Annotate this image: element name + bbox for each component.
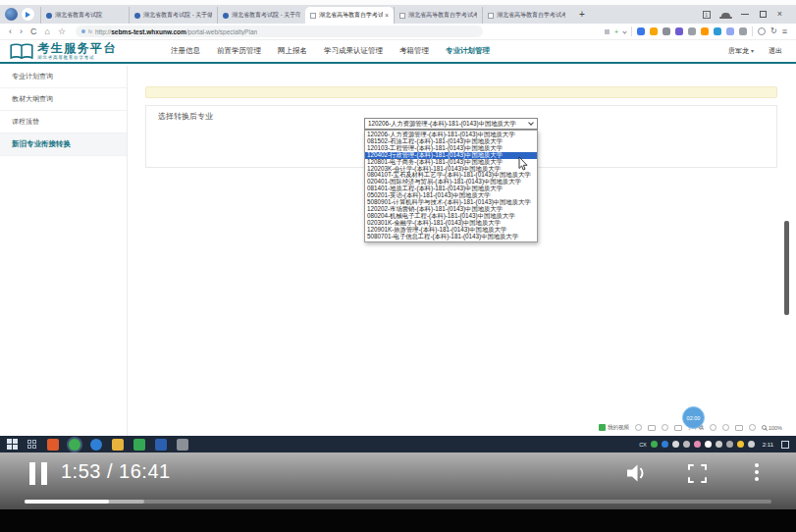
extension-icon[interactable]: [650, 27, 658, 35]
taskbar-app-icon[interactable]: [47, 439, 59, 451]
page-scrollbar[interactable]: [784, 221, 789, 315]
new-tab-button[interactable]: +: [579, 10, 585, 20]
tray-icon[interactable]: [716, 441, 722, 448]
taskbar-app-icon[interactable]: [112, 439, 124, 451]
ime-indicator[interactable]: CX: [639, 442, 647, 448]
sidebar-item[interactable]: 教材大纲查询: [0, 88, 127, 111]
add-icon[interactable]: +: [614, 28, 618, 35]
dropdown-option[interactable]: 120206-人力资源管理-(本科)-181-(0143)中国地质大学: [365, 132, 537, 138]
tab-counter-icon[interactable]: 1: [703, 11, 711, 19]
dropdown-option[interactable]: 020401-国际经济与贸易-(本科)-181-(0143)中国地质大学: [365, 179, 537, 186]
close-window-button[interactable]: ×: [777, 10, 782, 19]
tray-icon[interactable]: [672, 441, 679, 448]
fullscreen-icon[interactable]: [688, 464, 707, 483]
countdown-badge[interactable]: 02:00: [682, 406, 705, 429]
toolbar-icon[interactable]: [662, 424, 668, 431]
toolbar-icon[interactable]: [735, 425, 743, 431]
tray-icon[interactable]: [737, 441, 744, 448]
tray-icon[interactable]: [651, 441, 658, 448]
extension-icon[interactable]: [739, 27, 747, 35]
nav-item[interactable]: 前置学历管理: [217, 46, 261, 56]
browser-logo-icon[interactable]: [5, 8, 18, 21]
site-logo[interactable]: 考生服务平台 湖北省高等教育自学考试: [10, 42, 117, 60]
tray-icon[interactable]: [694, 441, 701, 448]
toolbar-icon[interactable]: [710, 424, 716, 431]
browser-tab[interactable]: 湖北省教育考试院 - 关于印发 ( ×: [217, 7, 305, 24]
notification-center-icon[interactable]: [781, 441, 789, 449]
dropdown-option[interactable]: 120202-市场营销-(本科)-181-(0143)中国地质大学: [365, 206, 537, 213]
extension-icon[interactable]: [675, 27, 683, 35]
dropdown-option[interactable]: 050201-英语-(本科)-181-(0143)中国地质大学: [365, 192, 537, 199]
taskbar-app-icon[interactable]: [69, 439, 80, 451]
minimize-button[interactable]: [741, 14, 749, 15]
forward-icon[interactable]: ›: [20, 27, 23, 36]
dropdown-option[interactable]: 120402-行政管理-(本科)-181-(0143)中国地质大学: [365, 152, 537, 159]
taskbar-clock[interactable]: 2:11: [763, 442, 773, 448]
extension-icon[interactable]: [726, 27, 734, 35]
dropdown-option[interactable]: 120801-电子商务-(本科)-181-(0143)中国地质大学: [365, 159, 537, 166]
specialty-select[interactable]: 120206-人力资源管理-(本科)-181-(0143)中国地质大学: [364, 118, 538, 130]
toolbar-icon[interactable]: [674, 425, 682, 431]
volume-icon[interactable]: [626, 463, 650, 483]
extension-icon[interactable]: [701, 27, 709, 35]
reload-icon[interactable]: C: [30, 27, 37, 36]
browser-menu-icon[interactable]: ≡: [782, 27, 787, 36]
toolbar-icon[interactable]: [635, 424, 642, 431]
taskbar-app-icon[interactable]: [177, 439, 188, 451]
browser-tab[interactable]: 湖北省教育考试院 - 关于做好 ×: [129, 7, 217, 24]
toolbar-icon[interactable]: [648, 425, 656, 431]
logout-button[interactable]: 退出: [769, 46, 782, 56]
user-menu[interactable]: 唐军龙 ▾: [728, 46, 754, 56]
browser-arrow-icon[interactable]: [22, 8, 34, 21]
history-icon[interactable]: ↻: [770, 27, 777, 35]
toolbar-icon[interactable]: [722, 424, 729, 431]
reading-mode-icon[interactable]: [605, 29, 610, 34]
nav-item[interactable]: 专业计划管理: [446, 46, 490, 56]
dropdown-option[interactable]: 5080701-电子信息工程-(本科)-181-(0143)中国地质大学: [365, 234, 537, 240]
toolbar-icon[interactable]: [749, 424, 756, 431]
bookmark-star-icon[interactable]: ☆: [58, 27, 66, 36]
tray-icon[interactable]: [748, 441, 755, 448]
tray-icon[interactable]: [683, 441, 690, 448]
taskbar-app-icon[interactable]: [90, 439, 102, 451]
extension-icon[interactable]: [637, 27, 645, 35]
dropdown-option[interactable]: 080204-机械电子工程-(本科)-181-(0143)中国地质大学: [365, 213, 537, 220]
tray-icon[interactable]: [662, 441, 668, 448]
browser-tab[interactable]: 湖北省高等教育自学考试考生服 ×: [305, 7, 394, 24]
browser-tab[interactable]: 湖北省教育考试院 ×: [40, 7, 129, 24]
extension-icon[interactable]: [663, 27, 670, 35]
gear-icon[interactable]: [758, 27, 766, 35]
site-info-icon[interactable]: [81, 29, 85, 33]
back-icon[interactable]: ‹: [9, 27, 12, 36]
dropdown-option[interactable]: 120901K-旅游管理-(本科)-181-(0143)中国地质大学: [365, 227, 537, 234]
nav-item[interactable]: 学习成果认证管理: [324, 46, 383, 56]
taskbar-app-icon[interactable]: [155, 439, 167, 451]
start-button-icon[interactable]: [7, 439, 18, 450]
progress-bar[interactable]: [25, 500, 771, 504]
my-video-button[interactable]: 我的视频: [599, 424, 629, 431]
sidebar-item[interactable]: 新旧专业衔接转换: [0, 133, 127, 156]
home-icon[interactable]: ⌂: [45, 27, 50, 36]
chevron-down-icon[interactable]: [622, 29, 626, 33]
dropdown-option[interactable]: 081401-地质工程-(本科)-181-(0143)中国地质大学: [365, 186, 537, 192]
more-options-icon[interactable]: [755, 463, 759, 481]
pause-button[interactable]: [29, 462, 47, 485]
tab-close-icon[interactable]: ×: [385, 12, 389, 19]
nav-item[interactable]: 网上报名: [278, 46, 307, 56]
maximize-button[interactable]: [760, 11, 767, 18]
dropdown-option[interactable]: 120103-工程管理-(本科)-181-(0143)中国地质大学: [365, 145, 537, 152]
extension-icon[interactable]: [714, 27, 721, 35]
taskbar-app-icon[interactable]: [133, 439, 145, 451]
dropdown-option[interactable]: 120203K-会计学-(本科)-181-(0143)中国地质大学: [365, 166, 537, 173]
zoom-control[interactable]: 100%: [762, 425, 782, 431]
extension-icon[interactable]: [688, 27, 696, 35]
dropdown-option[interactable]: 080410T-宝石及材料工艺学-(本科)-181-(0143)中国地质大学: [365, 172, 537, 179]
nav-item[interactable]: 注册信息: [171, 46, 200, 56]
browser-tab[interactable]: 湖北省高等教育自学考试考生服 ×: [482, 7, 570, 24]
profile-hat-icon[interactable]: [721, 13, 730, 18]
tray-icon[interactable]: [726, 441, 733, 448]
task-view-icon[interactable]: [27, 440, 37, 450]
url-field[interactable]: fx http://sebms-test.whxunw.com/portal-w…: [76, 26, 483, 37]
dropdown-option[interactable]: 020301K-金融学-(本科)-181-(0143)中国地质大学: [365, 220, 537, 227]
sidebar-item[interactable]: 专业计划查询: [0, 66, 127, 88]
